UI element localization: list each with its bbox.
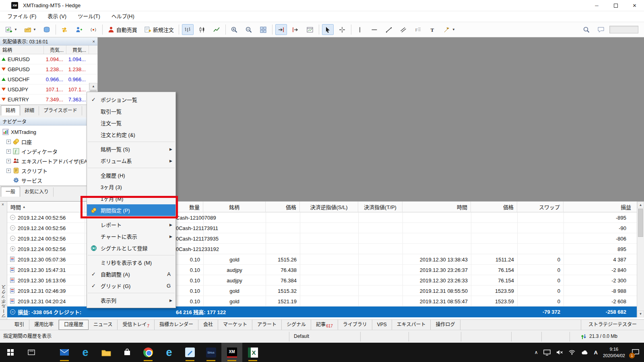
close-icon[interactable]: × <box>93 39 95 44</box>
menu-item-grid[interactable]: ✓グリッド (G)G <box>87 280 175 292</box>
signal-button[interactable] <box>88 24 99 35</box>
history-scrollbar[interactable]: ▲ ▼ <box>637 202 644 317</box>
menu-item-orders-deals[interactable]: 注文と約定 (&) <box>87 129 175 140</box>
algo-trading-button[interactable]: 自動売買 <box>105 24 139 35</box>
column-swap[interactable]: スワップ <box>517 202 564 212</box>
menu-item-orders[interactable]: 注文一覧 <box>87 117 175 129</box>
menu-item-deals[interactable]: 取引一覧 <box>87 105 175 117</box>
display-icon[interactable] <box>543 350 551 356</box>
taskbar-app-sirius[interactable]: Sirius <box>200 343 221 362</box>
column-open-price[interactable]: 価格 <box>266 202 300 212</box>
deposit-button[interactable] <box>73 24 85 35</box>
tab-priceboard[interactable]: プライスボード <box>39 106 82 115</box>
column-bid[interactable]: 売気... <box>44 45 66 54</box>
menu-item-register-signal[interactable]: シグナルとして登録 <box>87 242 175 254</box>
menu-item-show-on-chart[interactable]: チャートに表示▶ <box>87 230 175 242</box>
scroll-up-icon[interactable]: ▲ <box>89 83 97 90</box>
tab-calendar[interactable]: 指標カレンダー <box>155 320 198 330</box>
tab-vps[interactable]: VPS <box>372 320 392 330</box>
menu-item-all-history[interactable]: 全履歴 (H) <box>87 169 175 181</box>
market-watch-row[interactable]: EURTRY 7.349... 7.363... <box>0 95 97 105</box>
menu-item-milliseconds[interactable]: ミリ秒を表示する (M) <box>87 257 175 268</box>
navigator-item-experts[interactable]: + エキスパートアドバイザ(EA) <box>0 156 97 166</box>
vertical-line-button[interactable] <box>354 24 366 35</box>
close-button[interactable]: ✕ <box>625 0 644 11</box>
candlestick-button[interactable] <box>196 24 208 35</box>
channel-button[interactable] <box>398 24 409 35</box>
taskbar-app-store[interactable] <box>117 343 138 362</box>
zoom-out-button[interactable] <box>243 24 255 35</box>
menu-help[interactable]: ヘルプ(H) <box>106 11 140 22</box>
taskbar-app-ie[interactable]: e <box>159 343 180 362</box>
minimize-button[interactable]: ─ <box>587 0 606 11</box>
market-watch-button[interactable] <box>41 24 53 35</box>
close-icon[interactable]: × <box>2 202 4 207</box>
tab-exposure[interactable]: 運用比率 <box>29 320 59 330</box>
tab-symbols[interactable]: 銘柄 <box>1 105 20 115</box>
horizontal-line-button[interactable] <box>369 24 380 35</box>
menu-view[interactable]: 表示 (V) <box>42 11 72 22</box>
profile-name[interactable]: Default <box>294 330 309 343</box>
menu-file[interactable]: ファイル (F) <box>2 11 42 22</box>
tab-alerts[interactable]: アラート <box>252 320 282 330</box>
bar-chart-button[interactable] <box>182 24 194 35</box>
start-button[interactable] <box>0 343 21 362</box>
profiles-button[interactable]: ▼ <box>22 24 38 35</box>
new-chart-button[interactable]: ▼ <box>3 24 19 35</box>
tab-trade[interactable]: 取引 <box>10 320 29 330</box>
scrollbar-thumb[interactable] <box>638 209 643 237</box>
tab-details[interactable]: 詳細 <box>20 106 39 115</box>
tab-articles[interactable]: 記事617 <box>311 320 338 330</box>
new-order-button[interactable]: 新規注文 <box>142 24 176 35</box>
market-watch-row[interactable]: USDJPY 107.1... 107.1... <box>0 84 97 95</box>
taskbar-app-explorer[interactable] <box>96 343 117 362</box>
text-tool-button[interactable]: T <box>427 24 438 35</box>
scroll-up-icon[interactable]: ▲ <box>637 202 644 208</box>
zoom-in-button[interactable] <box>229 24 240 35</box>
chart-area[interactable] <box>98 37 644 201</box>
line-chart-button[interactable] <box>211 24 223 35</box>
rebate-button[interactable] <box>59 24 70 35</box>
tab-account-history[interactable]: 口座履歴 <box>59 320 89 330</box>
menu-item-report[interactable]: レポート▶ <box>87 219 175 230</box>
expand-icon[interactable]: + <box>6 159 11 163</box>
tab-signals[interactable]: シグナル <box>282 320 311 330</box>
column-close-time[interactable]: 時間 <box>402 202 471 212</box>
menu-item-symbol-list[interactable]: 銘柄一覧 (S)▶ <box>87 143 175 155</box>
fibonacci-button[interactable]: F <box>412 24 424 35</box>
shapes-button[interactable]: ▼ <box>441 24 457 35</box>
menu-item-3-months[interactable]: 3ヶ月 (3) <box>87 181 175 193</box>
menu-item-volumes[interactable]: ボリューム系▶ <box>87 155 175 167</box>
expand-icon[interactable]: + <box>6 169 11 173</box>
volume-muted-icon[interactable] <box>556 350 563 355</box>
onedrive-icon[interactable] <box>581 350 589 355</box>
scroll-down-icon[interactable]: ▼ <box>637 311 644 317</box>
tab-library[interactable]: ライブラリ <box>338 320 372 330</box>
tab-market[interactable]: マーケット <box>218 320 252 330</box>
search-button[interactable] <box>580 24 592 35</box>
taskbar-app-edge[interactable]: e <box>75 343 96 362</box>
expand-icon[interactable]: + <box>6 140 11 144</box>
tab-company[interactable]: 会社 <box>198 320 218 330</box>
taskbar-app-notes[interactable] <box>180 343 200 362</box>
navigator-item-indicators[interactable]: + f インディケータ <box>0 146 97 156</box>
tab-common[interactable]: 一般 <box>1 187 20 197</box>
taskbar-app-xm-mt5[interactable]: XM <box>221 343 242 362</box>
taskbar-app-mail[interactable] <box>54 343 75 362</box>
navigator-item-scripts[interactable]: + スクリプト <box>0 166 97 175</box>
column-profit[interactable]: 損益 <box>564 202 637 212</box>
market-watch-row[interactable]: EURUSD 1.094... 1.094... <box>0 54 97 64</box>
cursor-button[interactable] <box>322 24 334 35</box>
market-watch-row[interactable]: GBPUSD 1.238... 1.238... <box>0 64 97 74</box>
crosshair-button[interactable] <box>336 24 348 35</box>
tab-experts[interactable]: エキスパート <box>392 320 431 330</box>
strategy-tester-link[interactable]: ストラテジーテスター <box>581 320 644 330</box>
chart-window-button[interactable] <box>304 24 316 35</box>
tab-favorites[interactable]: お気に入り <box>20 187 54 197</box>
chevron-up-icon[interactable]: ∧ <box>535 350 538 355</box>
taskbar-app-excel[interactable]: X <box>242 343 263 362</box>
maximize-button[interactable] <box>606 0 625 11</box>
chat-button[interactable] <box>595 24 607 35</box>
tab-mailbox[interactable]: 受信トレイ7 <box>118 320 155 330</box>
menu-tools[interactable]: ツール(T) <box>72 11 106 22</box>
